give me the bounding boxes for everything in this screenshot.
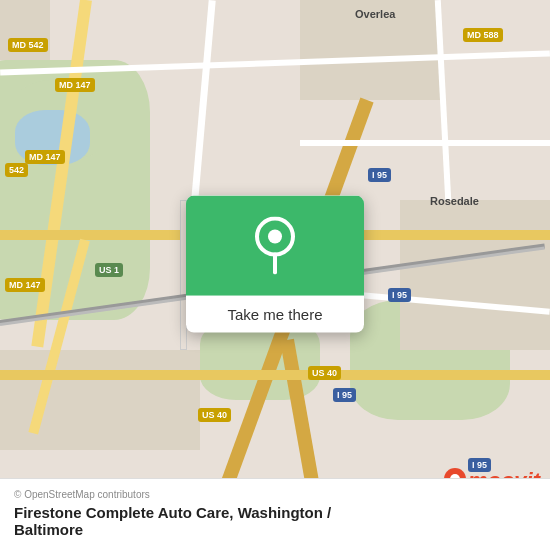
location-pin-icon (253, 217, 297, 275)
info-bar: © OpenStreetMap contributors Firestone C… (0, 478, 550, 550)
place-name-line1: Firestone Complete Auto Care, Washington… (14, 504, 331, 521)
map-container: MD 542 MD 147 MD 147 MD 147 542 US 1 I 9… (0, 0, 550, 550)
take-me-there-button[interactable]: Take me there (186, 296, 364, 333)
shield-md147-2: MD 147 (25, 150, 65, 164)
shield-md542-1: MD 542 (8, 38, 48, 52)
urban-block-4 (400, 200, 550, 350)
shield-us1: US 1 (95, 263, 123, 277)
shield-md147-1: MD 147 (55, 78, 95, 92)
place-name-line2: Baltimore (14, 521, 83, 538)
shield-md147-3: MD 147 (5, 278, 45, 292)
label-rosedale: Rosedale (430, 195, 479, 207)
copyright-text: © OpenStreetMap contributors (14, 489, 536, 500)
place-name: Firestone Complete Auto Care, Washington… (14, 504, 536, 538)
shield-i95-3: I 95 (333, 388, 356, 402)
shield-i95-1: I 95 (368, 168, 391, 182)
road-us40 (0, 370, 550, 380)
label-overlea: Overlea (355, 8, 395, 20)
road-minor-3 (300, 140, 550, 146)
popup-card: Take me there (186, 196, 364, 333)
shield-us40-2: US 40 (198, 408, 231, 422)
popup-green-header (186, 196, 364, 296)
shield-md588: MD 588 (463, 28, 503, 42)
shield-i95-2: I 95 (388, 288, 411, 302)
shield-542: 542 (5, 163, 28, 177)
urban-block-3 (0, 350, 200, 450)
shield-us40-1: US 40 (308, 366, 341, 380)
svg-point-1 (268, 230, 282, 244)
